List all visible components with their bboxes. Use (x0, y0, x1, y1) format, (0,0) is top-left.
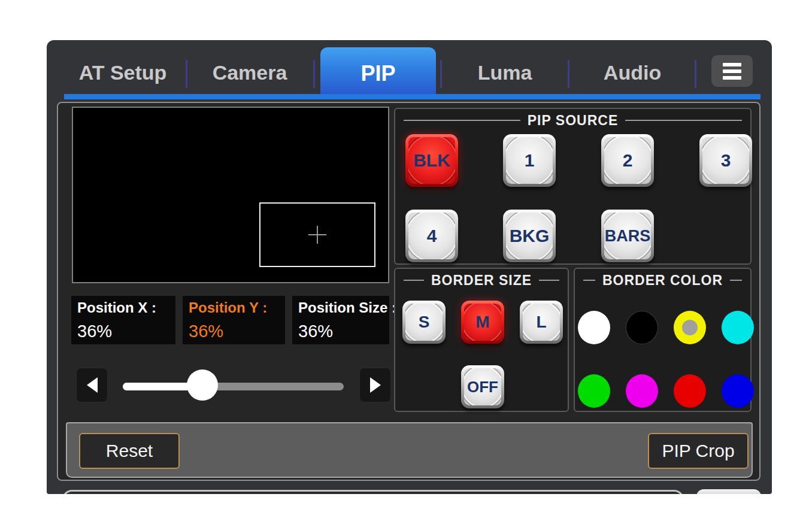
tab-separator (440, 60, 442, 88)
border-size-button-s[interactable]: S (402, 301, 446, 344)
hamburger-icon (723, 63, 741, 80)
position-size-label: Position Size : (298, 300, 383, 316)
menu-button[interactable] (711, 55, 753, 87)
bottom-button-partial[interactable] (696, 489, 761, 494)
border-size-button-off[interactable]: OFF (461, 365, 504, 408)
pip-source-button-4[interactable]: 4 (405, 210, 458, 262)
app-window: AT Setup Camera PIP Luma Audio Position … (47, 40, 772, 494)
border-color-white[interactable] (578, 311, 610, 344)
position-x-value: 36% (77, 323, 169, 340)
arrow-right-icon (370, 377, 381, 393)
pip-source-button-bars[interactable]: BARS (601, 210, 654, 262)
border-color-blue[interactable] (722, 374, 754, 408)
border-color-green[interactable] (578, 374, 610, 408)
bottom-bar-partial (62, 490, 684, 494)
pip-source-legend: PIP SOURCE (404, 113, 742, 128)
border-color-cyan[interactable] (722, 311, 754, 344)
border-color-black[interactable] (626, 311, 658, 344)
slider-decrement-button[interactable] (76, 368, 108, 402)
tab-at-setup[interactable]: AT Setup (79, 61, 167, 84)
arrow-left-icon (87, 377, 98, 393)
position-size-value: 36% (298, 323, 383, 340)
tab-separator (313, 60, 315, 88)
tab-luma[interactable]: Luma (478, 61, 532, 84)
tab-camera[interactable]: Camera (213, 61, 287, 84)
pip-source-button-bkg[interactable]: BKG (503, 210, 556, 262)
border-size-button-l[interactable]: L (520, 301, 563, 344)
slider-thumb[interactable] (187, 369, 218, 401)
pip-source-button-blk[interactable]: BLK (405, 134, 458, 187)
tab-audio[interactable]: Audio (604, 61, 661, 84)
tab-separator (568, 60, 569, 88)
border-size-legend: BORDER SIZE (404, 272, 559, 288)
pip-crop-button[interactable]: PIP Crop (648, 433, 749, 469)
position-size-readout: Position Size : 36% (292, 296, 389, 344)
tab-pip-label: PIP (360, 61, 395, 86)
tab-separator (186, 60, 187, 88)
position-y-label: Position Y : (189, 300, 279, 316)
pip-source-button-1[interactable]: 1 (503, 134, 556, 187)
position-y-value: 36% (189, 323, 279, 340)
border-color-red[interactable] (674, 374, 706, 408)
border-size-button-m[interactable]: M (461, 301, 504, 344)
reset-button[interactable]: Reset (79, 433, 180, 469)
crosshair-plus-icon (317, 226, 318, 244)
pip-source-button-3[interactable]: 3 (699, 134, 752, 187)
active-tab-underline (64, 94, 761, 99)
pip-source-button-2[interactable]: 2 (601, 134, 654, 187)
selected-color-indicator (682, 320, 698, 335)
position-y-readout: Position Y : 36% (183, 296, 285, 344)
position-x-label: Position X : (77, 300, 169, 316)
border-color-yellow-selected[interactable] (674, 311, 706, 344)
position-x-readout: Position X : 36% (71, 296, 175, 344)
tab-pip-active[interactable]: PIP (320, 47, 436, 99)
border-color-magenta[interactable] (626, 374, 658, 408)
tab-separator (695, 60, 696, 88)
position-slider[interactable] (123, 367, 344, 403)
slider-increment-button[interactable] (359, 368, 391, 402)
border-color-legend: BORDER COLOR (583, 272, 742, 288)
